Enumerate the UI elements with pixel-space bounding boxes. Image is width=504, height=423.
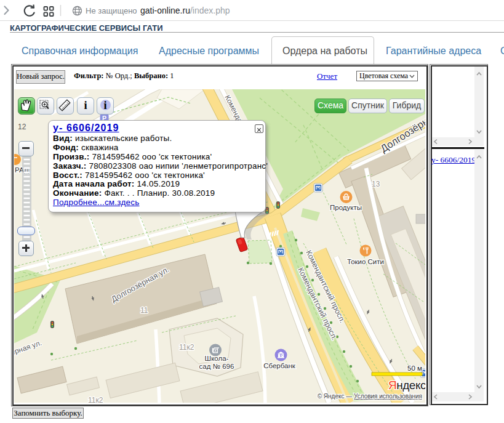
svg-text:Яндекс: Яндекс xyxy=(388,379,425,392)
svg-text:© Яндекс — Условия использован: © Яндекс — Условия использования xyxy=(318,393,422,400)
svg-text:13: 13 xyxy=(372,180,380,188)
svg-text:сад № 696: сад № 696 xyxy=(199,363,234,370)
svg-text:Продукты: Продукты xyxy=(330,204,362,211)
svg-text:11: 11 xyxy=(140,306,148,315)
svg-text:Сбербанк: Сбербанк xyxy=(263,362,296,369)
svg-text:Токио Сити: Токио Сити xyxy=(347,258,384,265)
svg-text:Школа-: Школа- xyxy=(205,355,229,362)
svg-text:50 м: 50 м xyxy=(407,365,422,372)
svg-text:11к2: 11к2 xyxy=(88,396,103,403)
svg-text:11к2: 11к2 xyxy=(179,343,194,352)
